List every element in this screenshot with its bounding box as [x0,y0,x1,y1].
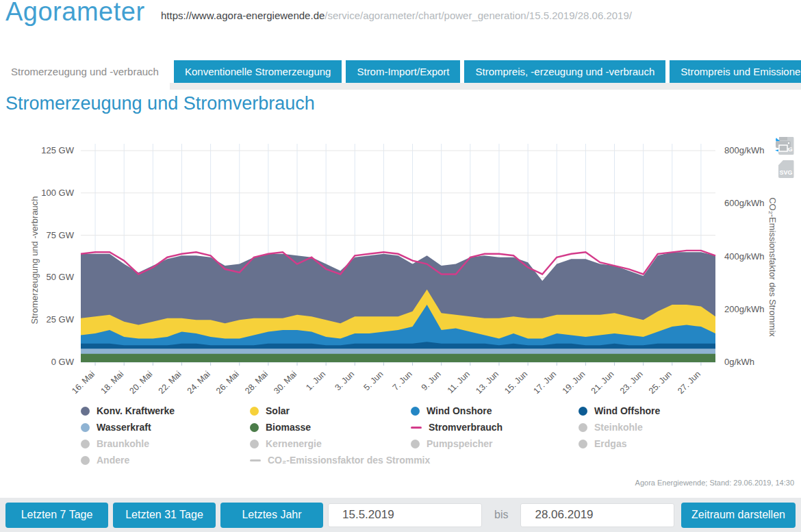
legend-item-wasserkraft[interactable]: Wasserkraft [81,419,175,435]
legend-label: Kernenergie [266,438,322,449]
legend-label: Pumpspeicher [427,438,492,449]
svg-text:100 GW: 100 GW [41,188,74,198]
legend-marker [411,407,420,416]
svg-text:5. Jun: 5. Jun [362,369,385,392]
legend-item-solar[interactable]: Solar [250,403,430,419]
left-axis-ticks: 0 GW25 GW50 GW75 GW100 GW125 GW [41,145,74,367]
svg-text:18. Mai: 18. Mai [99,369,125,396]
letztes-jahr-button[interactable]: Letztes Jahr [220,503,323,528]
legend-marker [81,440,90,448]
legend-item-steinkohle[interactable]: Steinkohle [578,419,660,435]
legend-column: Konv. KraftwerkeWasserkraftBraunkohleAnd… [81,403,175,468]
chart-heading: Stromerzeugung und Stromverbrauch [5,93,315,114]
legend-marker [81,456,90,465]
attribution: Agora Energiewende; Stand: 29.06.2019, 1… [635,479,794,487]
legend-label: Solar [266,405,290,416]
legend-item-konv-kraftwerke[interactable]: Konv. Kraftwerke [81,403,175,419]
legend-label: Erdgas [594,438,626,449]
legend-item-braunkohle[interactable]: Braunkohle [81,435,175,452]
legend-marker [250,459,261,461]
legend-item-co-emissionsfaktor-des-strommix[interactable]: CO₂-Emissionsfaktor des Strommix [250,452,430,468]
tab-strom-import-export[interactable]: Strom-Import/Export [346,60,460,83]
legend-item-andere[interactable]: Andere [81,452,175,468]
area-biomasse [81,354,715,362]
legend-label: Wasserkraft [97,422,151,433]
svg-text:75 GW: 75 GW [47,230,75,240]
legend-label: Braunkohle [97,438,149,449]
legend-marker [411,427,422,429]
svg-text:17. Jun: 17. Jun [531,369,558,396]
svg-text:13. Jun: 13. Jun [474,369,500,396]
svg-text:125 GW: 125 GW [41,145,74,155]
legend-item-erdgas[interactable]: Erdgas [578,435,660,452]
right-axis-ticks: 0g/kWh200g/kWh400g/kWh600g/kWh800g/kWh [724,145,765,367]
svg-text:22. Mai: 22. Mai [157,369,183,396]
svg-text:800g/kWh: 800g/kWh [724,145,765,155]
bis-label: bis [494,509,508,521]
x-axis-labels: 16. Mai18. Mai20. Mai22. Mai24. Mai26. M… [70,369,702,396]
legend-label: Andere [97,455,129,466]
apply-range-button[interactable]: Zeitraum darstellen [681,503,796,528]
legend-label: Stromverbrauch [429,422,503,433]
svg-text:30. Mai: 30. Mai [272,369,298,396]
svg-text:27. Jun: 27. Jun [676,369,702,396]
legend-item-pumpspeicher[interactable]: Pumpspeicher [411,435,503,452]
legend-column: Wind OffshoreSteinkohleErdgas [578,403,660,452]
svg-download-icon[interactable]: SVG [778,160,794,178]
svg-text:23. Jun: 23. Jun [618,369,645,396]
app-title: Agorameter [5,0,145,27]
legend-label: Wind Offshore [594,405,660,416]
letzten-7-tage-button[interactable]: Letzten 7 Tage [5,503,108,528]
legend-item-wind-offshore[interactable]: Wind Offshore [578,403,660,419]
legend-label: CO₂-Emissionsfaktor des Strommix [268,455,430,466]
svg-text:9. Jun: 9. Jun [420,369,443,392]
right-axis-title: CO₂-Emissionsfaktor des Strommix [767,197,778,337]
legend-item-stromverbrauch[interactable]: Stromverbrauch [411,419,503,435]
print-icon[interactable] [775,137,791,152]
legend-item-biomasse[interactable]: Biomasse [250,419,430,435]
legend-marker [81,407,90,416]
svg-text:600g/kWh: 600g/kWh [724,198,765,208]
legend-marker [411,440,420,448]
agorameter-app: Agorameter https://www.agora-energiewend… [0,0,801,532]
date-from-input[interactable] [328,503,482,527]
url-path: /service/agorameter/chart/power_generati… [325,10,632,21]
svg-text:7. Jun: 7. Jun [391,369,414,392]
legend-marker [250,440,259,448]
svg-text:1. Jun: 1. Jun [304,369,327,392]
svg-text:25. Jun: 25. Jun [647,369,674,396]
svg-text:0 GW: 0 GW [51,357,75,367]
svg-text:11. Jun: 11. Jun [446,369,472,395]
svg-text:200g/kWh: 200g/kWh [724,304,765,314]
page-url: https://www.agora-energiewende.de/servic… [161,10,632,21]
legend-label: Wind Onshore [427,405,492,416]
chart-container: 0 GW25 GW50 GW75 GW100 GW125 GW0g/kWh200… [0,130,801,472]
legend-marker [578,407,587,416]
power-generation-chart[interactable]: 0 GW25 GW50 GW75 GW100 GW125 GW0g/kWh200… [0,130,801,401]
tab-konventionelle-stromerzeugung[interactable]: Konventionelle Stromerzeugung [174,60,342,83]
svg-text:20. Mai: 20. Mai [128,369,155,396]
legend-marker [578,440,587,448]
svg-text:28. Mai: 28. Mai [243,369,270,396]
legend-label: Konv. Kraftwerke [97,405,175,416]
svg-text:21. Jun: 21. Jun [589,369,616,396]
legend-item-wind-onshore[interactable]: Wind Onshore [411,403,503,419]
legend-marker [250,407,259,416]
letzten-31-tage-button[interactable]: Letzten 31 Tage [113,503,216,528]
legend-column: SolarBiomasseKernenergieCO₂-Emissionsfak… [250,403,430,468]
tab-bar: Stromerzeugung und -verbrauchKonventione… [0,60,801,90]
date-range-bar: Letzten 7 TageLetzten 31 TageLetztes Jah… [0,498,801,532]
stacked-areas [81,252,715,362]
tab-strompreis-und-emissionen[interactable]: Strompreis und Emissionen [670,60,801,83]
date-to-input[interactable] [520,503,674,527]
url-host: https://www.agora-energiewende.de [161,10,325,21]
svg-text:25 GW: 25 GW [47,314,75,325]
left-axis-title: Stromerzeugung und -verbrauch [29,196,40,324]
legend-label: Steinkohle [594,422,643,433]
svg-text:19. Jun: 19. Jun [561,369,587,396]
svg-text:26. Mai: 26. Mai [214,369,241,396]
legend-item-kernenergie[interactable]: Kernenergie [250,435,430,452]
tab-strompreis-erzeugung-und-verbrauch[interactable]: Strompreis, -erzeugung und -verbrauch [464,60,665,83]
tab-stromerzeugung-und-verbrauch[interactable]: Stromerzeugung und -verbrauch [0,60,170,90]
svg-text:0g/kWh: 0g/kWh [724,357,754,367]
